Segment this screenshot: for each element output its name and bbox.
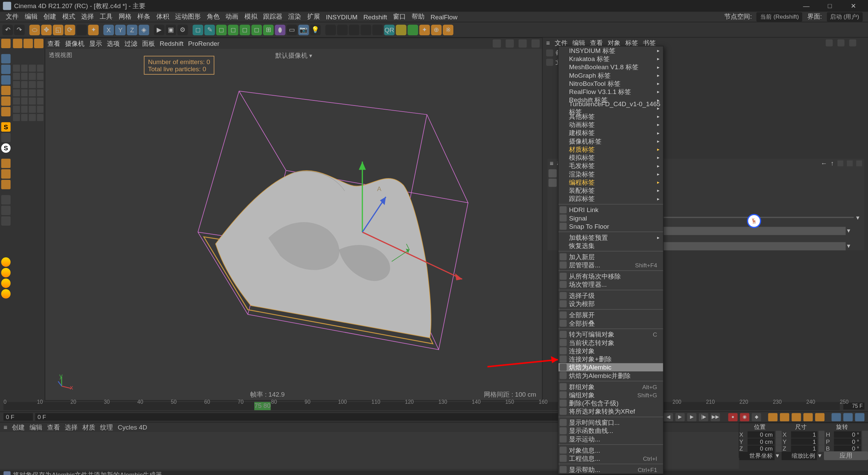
ctx-bake-as-alembic[interactable]: 烘焙为Alembic [558,363,663,371]
model-mode[interactable] [1,54,11,63]
ctx-krakatoa-tags[interactable]: Krakatoa 标签 [558,55,663,63]
volume-gen[interactable]: ◻ [251,24,262,35]
sm-1[interactable] [13,65,20,72]
mat-cycles4d[interactable]: Cycles 4D [118,424,147,431]
pb-autokey[interactable]: ◉ [740,413,749,421]
ctx-bake-alembic-delete[interactable]: 烘焙为Alembic并删除 [558,372,663,380]
vp-options[interactable]: 选项 [107,39,120,48]
menu-file[interactable]: 文件 [3,12,22,21]
sm-25[interactable] [13,114,20,121]
workplane-locked[interactable] [1,195,11,205]
scale-sel[interactable] [1,289,11,299]
pb-next-key[interactable]: |▶ [699,413,708,421]
sm-20[interactable] [37,98,43,105]
snap-enable[interactable] [1,159,11,168]
viewport-solo[interactable]: S [1,144,11,153]
z-axis-toggle[interactable]: Z [127,24,137,35]
pb-mode-1[interactable] [832,413,841,421]
place-tool[interactable]: ✦ [88,24,99,35]
render-pv[interactable]: ▣ [165,24,176,35]
ctx-group-objects[interactable]: 群组对象Alt+G [558,383,663,391]
subdiv-surface[interactable]: ◻ [216,24,226,35]
pb-prev-frame[interactable]: ◀ [664,413,673,421]
texture-mode[interactable] [1,65,11,74]
sm-15[interactable] [29,89,36,96]
pb-next-frame[interactable]: ▶ [687,413,696,421]
sm-26[interactable] [21,114,27,121]
cloner-gen[interactable]: ⊞ [263,24,274,35]
menu-tools[interactable]: 工具 [97,12,116,21]
vp-prorender[interactable]: ProRender [188,40,219,47]
ctx-add-to-layer[interactable]: 加入新层 [558,253,663,261]
rotate-tool[interactable]: ⟳ [65,24,75,35]
mat-view[interactable]: 查看 [47,423,60,432]
timeline[interactable]: 75 80 0102030405060708090100110120130140… [0,401,868,411]
floor-object[interactable]: ▭ [287,24,297,35]
coord-x-size[interactable]: 1 [791,431,817,437]
mat-texture[interactable]: 纹理 [100,423,113,432]
ctx-other-tags[interactable]: 其他标签 [558,112,663,120]
menu-help[interactable]: 帮助 [409,12,428,21]
mat-create[interactable]: 创建 [12,423,25,432]
pb-mode-2[interactable] [843,413,853,421]
undo-button[interactable]: ↶ [2,24,13,35]
sm-23[interactable] [29,106,36,113]
layout-dropdown[interactable]: 启动 (用户) [827,12,863,22]
ctx-realflow-tags[interactable]: RealFlow V3.1.1 标签 [558,88,663,96]
pb-record[interactable]: ● [728,413,738,421]
vp-nav-4[interactable] [531,39,539,48]
sm-4[interactable] [37,65,43,72]
point-mode[interactable] [1,86,11,95]
workplane-mode[interactable] [1,75,11,85]
ctx-select-children[interactable]: 选择子级 [558,291,663,300]
lt-3[interactable] [34,39,43,48]
coord-apply-button[interactable]: 应用 [824,451,868,460]
menu-window[interactable]: 窗口 [390,12,409,21]
move-tool[interactable]: ✥ [41,24,52,35]
sm-16[interactable] [37,89,43,96]
coord-b-rot[interactable]: 0 ° [834,445,861,452]
camera-object[interactable]: 📷 [298,24,309,35]
sm-11[interactable] [29,81,36,88]
spline-pen[interactable]: ✎ [204,24,215,35]
array-gen[interactable]: ◻ [240,24,250,35]
edge-mode[interactable] [1,96,11,106]
live-select[interactable] [1,258,11,267]
attr-nav-fwd[interactable]: ↑ [831,160,834,167]
tool-9[interactable]: ⊕ [431,24,441,35]
sm-2[interactable] [21,65,27,72]
sm-10[interactable] [21,81,27,88]
workplane-camera[interactable] [1,216,11,226]
tool-10[interactable]: ※ [443,24,453,35]
ctx-project-info[interactable]: 工程信息...Ctrl+I [558,454,663,462]
ctx-show-help[interactable]: 显示帮助...Ctrl+F1 [558,466,663,474]
mat-edit[interactable]: 编辑 [29,423,42,432]
sm-3[interactable] [29,65,36,72]
sm-14[interactable] [21,89,27,96]
sm-12[interactable] [37,81,43,88]
ctx-mograph-tags[interactable]: MoGraph 标签 [558,71,663,79]
attr-ic-2[interactable] [847,160,853,166]
y-axis-toggle[interactable]: Y [115,24,125,35]
vp-nav-3[interactable] [518,39,527,48]
tool-6[interactable] [396,24,406,35]
ctx-material-tags[interactable]: 材质标签 [558,145,663,153]
menu-mesh[interactable]: 网格 [116,12,134,21]
tool-8[interactable]: ✦ [419,24,430,35]
timeline-marker[interactable]: 75 80 [254,402,271,410]
ctx-remove-from-takes[interactable]: 从所有场次中移除 [558,272,663,280]
pb-param-key[interactable] [803,413,813,421]
render-settings[interactable]: ⚙ [177,24,188,35]
ctx-load-tag-preset[interactable]: 加载标签预置 [558,233,663,242]
lt-2[interactable] [23,39,33,48]
coord-x-pos[interactable]: 0 cm [748,431,774,437]
ctx-restore-selection[interactable]: 恢复选集 [558,242,663,250]
menu-redshift[interactable]: Redshift [360,13,390,20]
attr-lock-icon[interactable] [856,160,862,166]
menu-character[interactable]: 角色 [204,12,222,21]
menu-animate[interactable]: 动画 [222,12,241,21]
ctx-hair-tags[interactable]: 毛发标签 [558,162,663,170]
sm-5[interactable] [13,73,20,80]
mat-material[interactable]: 材质 [82,423,95,432]
menu-insydium[interactable]: INSYDIUM [323,13,360,20]
